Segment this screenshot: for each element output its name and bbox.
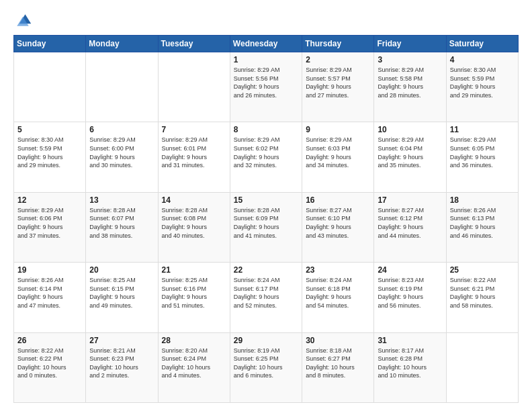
day-number: 14 bbox=[162, 195, 226, 205]
calendar-cell: 23Sunrise: 8:24 AMSunset: 6:18 PMDayligh… bbox=[302, 263, 374, 332]
cell-text: and 6 minutes. bbox=[234, 371, 298, 380]
calendar-cell: 27Sunrise: 8:21 AMSunset: 6:23 PMDayligh… bbox=[86, 332, 158, 402]
day-number: 10 bbox=[378, 125, 442, 134]
cell-text: Sunrise: 8:29 AM bbox=[378, 136, 442, 144]
cell-text: and 46 minutes. bbox=[450, 232, 515, 240]
cell-text: and 28 minutes. bbox=[378, 91, 442, 100]
cell-text: Daylight: 9 hours bbox=[234, 293, 298, 302]
cell-text: Sunset: 6:06 PM bbox=[17, 214, 82, 223]
cell-text: Sunset: 6:03 PM bbox=[306, 144, 370, 153]
cell-text: and 26 minutes. bbox=[234, 91, 298, 100]
calendar-cell: 29Sunrise: 8:19 AMSunset: 6:25 PMDayligh… bbox=[230, 332, 302, 402]
cell-text: Daylight: 9 hours bbox=[234, 83, 298, 91]
day-number: 19 bbox=[17, 265, 82, 275]
cell-text: Sunrise: 8:25 AM bbox=[162, 276, 226, 285]
day-number: 25 bbox=[450, 265, 515, 275]
cell-text: Sunset: 6:25 PM bbox=[234, 355, 298, 363]
day-number: 24 bbox=[378, 265, 442, 275]
cell-text: Sunrise: 8:23 AM bbox=[378, 276, 442, 285]
cell-text: and 54 minutes. bbox=[306, 302, 370, 310]
calendar-cell: 3Sunrise: 8:29 AMSunset: 5:58 PMDaylight… bbox=[374, 52, 446, 122]
day-number: 17 bbox=[378, 195, 442, 205]
cell-text: Sunrise: 8:29 AM bbox=[306, 136, 370, 144]
logo-icon bbox=[13, 11, 32, 30]
day-number: 28 bbox=[162, 336, 226, 345]
calendar-cell: 13Sunrise: 8:28 AMSunset: 6:07 PMDayligh… bbox=[86, 192, 158, 262]
cell-text: Sunrise: 8:22 AM bbox=[450, 276, 515, 285]
cell-text: Daylight: 9 hours bbox=[378, 223, 442, 232]
day-number: 7 bbox=[162, 125, 226, 134]
day-number: 6 bbox=[89, 125, 154, 134]
cell-text: Daylight: 9 hours bbox=[234, 153, 298, 162]
cell-text: Sunrise: 8:26 AM bbox=[17, 276, 82, 285]
cell-text: and 34 minutes. bbox=[306, 161, 370, 170]
cell-text: Sunset: 6:28 PM bbox=[378, 355, 442, 363]
calendar-cell: 14Sunrise: 8:28 AMSunset: 6:08 PMDayligh… bbox=[158, 192, 230, 262]
cell-text: and 4 minutes. bbox=[162, 371, 226, 380]
cell-text: Sunrise: 8:27 AM bbox=[378, 206, 442, 215]
cell-text: Daylight: 9 hours bbox=[17, 223, 82, 232]
calendar-cell: 15Sunrise: 8:28 AMSunset: 6:09 PMDayligh… bbox=[230, 192, 302, 262]
cell-text: Sunset: 5:58 PM bbox=[378, 75, 442, 83]
day-number: 8 bbox=[234, 125, 298, 134]
cell-text: Daylight: 9 hours bbox=[162, 153, 226, 162]
cell-text: Sunset: 5:56 PM bbox=[234, 75, 298, 83]
cell-text: Sunset: 6:15 PM bbox=[89, 285, 154, 293]
cell-text: Daylight: 9 hours bbox=[17, 153, 82, 162]
cell-text: Daylight: 10 hours bbox=[17, 363, 82, 372]
cell-text: Daylight: 9 hours bbox=[89, 293, 154, 302]
day-number: 31 bbox=[378, 336, 442, 345]
calendar-cell: 16Sunrise: 8:27 AMSunset: 6:10 PMDayligh… bbox=[302, 192, 374, 262]
cell-text: Sunrise: 8:21 AM bbox=[89, 347, 154, 355]
calendar-week-4: 19Sunrise: 8:26 AMSunset: 6:14 PMDayligh… bbox=[14, 263, 519, 332]
calendar-cell: 20Sunrise: 8:25 AMSunset: 6:15 PMDayligh… bbox=[86, 263, 158, 332]
calendar-cell: 26Sunrise: 8:22 AMSunset: 6:22 PMDayligh… bbox=[14, 332, 86, 402]
cell-text: Sunset: 6:12 PM bbox=[378, 214, 442, 223]
day-number: 2 bbox=[306, 55, 370, 64]
day-number: 4 bbox=[450, 55, 515, 64]
cell-text: Sunset: 6:10 PM bbox=[306, 214, 370, 223]
cell-text: Daylight: 9 hours bbox=[89, 223, 154, 232]
calendar-cell: 30Sunrise: 8:18 AMSunset: 6:27 PMDayligh… bbox=[302, 332, 374, 402]
cell-text: Daylight: 9 hours bbox=[450, 293, 515, 302]
cell-text: Sunrise: 8:20 AM bbox=[162, 347, 226, 355]
cell-text: Sunset: 5:59 PM bbox=[17, 144, 82, 153]
calendar-header-tuesday: Tuesday bbox=[158, 36, 230, 52]
cell-text: Daylight: 9 hours bbox=[378, 293, 442, 302]
cell-text: and 58 minutes. bbox=[450, 302, 515, 310]
cell-text: and 29 minutes. bbox=[450, 91, 515, 100]
cell-text: and 10 minutes. bbox=[378, 371, 442, 380]
calendar-header-friday: Friday bbox=[374, 36, 446, 52]
calendar-table: SundayMondayTuesdayWednesdayThursdayFrid… bbox=[13, 35, 519, 403]
calendar-cell bbox=[86, 52, 158, 122]
cell-text: Sunset: 6:04 PM bbox=[378, 144, 442, 153]
cell-text: Sunset: 6:19 PM bbox=[378, 285, 442, 293]
cell-text: Daylight: 9 hours bbox=[162, 293, 226, 302]
calendar-cell: 22Sunrise: 8:24 AMSunset: 6:17 PMDayligh… bbox=[230, 263, 302, 332]
calendar-week-3: 12Sunrise: 8:29 AMSunset: 6:06 PMDayligh… bbox=[14, 192, 519, 262]
cell-text: Daylight: 9 hours bbox=[306, 83, 370, 91]
cell-text: Sunset: 6:21 PM bbox=[450, 285, 515, 293]
day-number: 21 bbox=[162, 265, 226, 275]
cell-text: and 29 minutes. bbox=[17, 161, 82, 170]
day-number: 13 bbox=[89, 195, 154, 205]
cell-text: Sunrise: 8:22 AM bbox=[17, 347, 82, 355]
calendar-header-saturday: Saturday bbox=[446, 36, 518, 52]
calendar-cell: 8Sunrise: 8:29 AMSunset: 6:02 PMDaylight… bbox=[230, 122, 302, 192]
calendar-cell: 5Sunrise: 8:30 AMSunset: 5:59 PMDaylight… bbox=[14, 122, 86, 192]
cell-text: Sunset: 6:01 PM bbox=[162, 144, 226, 153]
cell-text: Sunrise: 8:29 AM bbox=[234, 66, 298, 75]
day-number: 5 bbox=[17, 125, 82, 134]
calendar-cell: 11Sunrise: 8:29 AMSunset: 6:05 PMDayligh… bbox=[446, 122, 518, 192]
cell-text: Sunrise: 8:30 AM bbox=[450, 66, 515, 75]
day-number: 30 bbox=[306, 336, 370, 345]
calendar-cell: 24Sunrise: 8:23 AMSunset: 6:19 PMDayligh… bbox=[374, 263, 446, 332]
cell-text: Sunrise: 8:25 AM bbox=[89, 276, 154, 285]
cell-text: Sunset: 6:09 PM bbox=[234, 214, 298, 223]
calendar-cell bbox=[158, 52, 230, 122]
cell-text: Sunrise: 8:26 AM bbox=[450, 206, 515, 215]
cell-text: Sunset: 6:02 PM bbox=[234, 144, 298, 153]
day-number: 16 bbox=[306, 195, 370, 205]
cell-text: Daylight: 9 hours bbox=[450, 153, 515, 162]
calendar-cell: 9Sunrise: 8:29 AMSunset: 6:03 PMDaylight… bbox=[302, 122, 374, 192]
